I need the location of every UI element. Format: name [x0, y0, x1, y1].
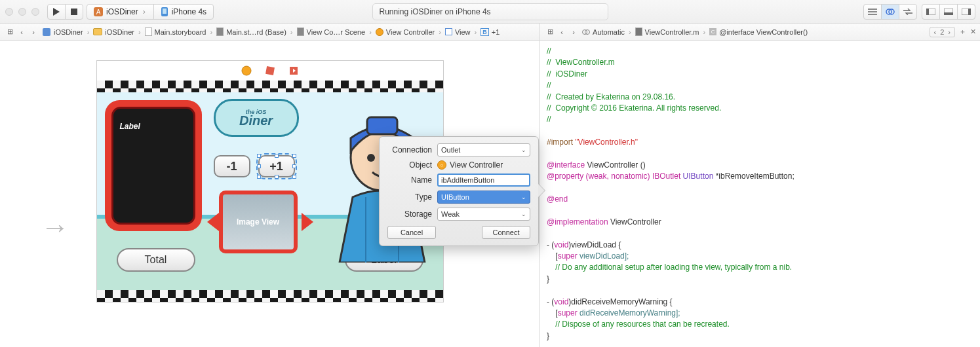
activity-status: Running iOSDiner on iPhone 4s [372, 3, 608, 20]
zoom-window-icon[interactable] [31, 8, 39, 16]
counterpart-pager[interactable]: ‹2› [930, 27, 955, 37]
total-button[interactable]: Total [117, 248, 195, 272]
name-input[interactable]: ibAddItemButton [437, 174, 530, 187]
panel-bottom-icon [944, 9, 953, 15]
back-button[interactable]: ‹ [556, 26, 568, 38]
svg-rect-21 [367, 117, 397, 134]
viewcontroller-icon: ○ [437, 160, 446, 170]
symbol-icon: C [709, 28, 716, 35]
connection-popover: Connection Outlet⌄ Object ○View Controll… [379, 136, 539, 246]
related-items-icon[interactable]: ⊞ [544, 26, 556, 38]
jumpbar-assistant[interactable]: ⊞ ‹ › Automatic› ViewController.m› C@int… [540, 24, 980, 40]
run-button[interactable] [47, 4, 66, 20]
close-assistant-button[interactable]: ✕ [970, 27, 976, 36]
toggle-utilities-button[interactable] [957, 4, 975, 20]
traffic-lights [5, 8, 39, 16]
button-element-icon: B [480, 28, 489, 36]
crumb-file[interactable]: Main.storyboard [155, 28, 206, 36]
storage-select[interactable]: Weak⌄ [437, 208, 530, 221]
object-label: Object [387, 160, 432, 170]
exit-dock-icon[interactable] [288, 65, 299, 76]
svg-rect-9 [926, 9, 929, 15]
project-icon [42, 27, 51, 37]
editor-standard-button[interactable] [863, 4, 882, 20]
device-icon [161, 7, 168, 16]
rings-icon [582, 28, 590, 36]
scene-icon [297, 27, 304, 36]
viewcontroller-dock-icon[interactable] [241, 65, 252, 76]
scheme-selector[interactable]: A iOSDiner › iPhone 4s [87, 4, 214, 20]
image-view-frame[interactable]: Image View [219, 191, 298, 253]
crumb-symbol[interactable]: @interface ViewController() [719, 28, 808, 36]
crumb-file-right[interactable]: ViewController.m [645, 28, 699, 36]
initial-vc-arrow-icon: → [41, 211, 69, 244]
storyboard-base-icon [216, 27, 224, 36]
counterpart-count: 2 [940, 28, 944, 36]
jumpbar-primary[interactable]: ⊞ ‹ › iOSDiner› iOSDiner› Main.storyboar… [0, 24, 540, 40]
scheme-app-label: iOSDiner [106, 7, 138, 16]
prev-arrow-icon[interactable] [207, 213, 219, 231]
svg-marker-0 [53, 8, 60, 16]
chevron-right-icon: › [142, 7, 147, 16]
play-icon [53, 8, 60, 16]
crumb-vc[interactable]: View Controller [386, 28, 435, 36]
window-titlebar: A iOSDiner › iPhone 4s Running iOSDiner … [0, 0, 980, 24]
type-select[interactable]: UIButton⌄ [437, 191, 530, 204]
svg-rect-18 [265, 66, 275, 75]
storyboard-file-icon [145, 27, 152, 36]
scene-dock[interactable] [97, 61, 443, 81]
chalkboard-frame[interactable]: Label [105, 100, 202, 231]
crumb-group[interactable]: iOSDiner [105, 28, 134, 36]
crumb-view[interactable]: View [455, 28, 471, 36]
svg-point-22 [367, 154, 375, 162]
stop-button[interactable] [65, 4, 83, 20]
toggle-debug-button[interactable] [939, 4, 958, 20]
scheme-device-label: iPhone 4s [172, 7, 206, 16]
app-icon: A [94, 7, 103, 16]
svg-rect-11 [944, 12, 953, 15]
add-assistant-button[interactable]: ＋ [959, 27, 966, 37]
connect-button[interactable]: Connect [482, 226, 530, 239]
storage-label: Storage [387, 210, 432, 219]
svg-rect-5 [163, 9, 167, 14]
view-icon [445, 28, 452, 35]
arrows-icon [903, 9, 912, 15]
connection-select[interactable]: Outlet⌄ [437, 143, 530, 156]
status-text: Running iOSDiner on iPhone 4s [380, 7, 491, 16]
crumb-mode[interactable]: Automatic [593, 28, 625, 36]
toggle-navigator-button[interactable] [922, 4, 940, 20]
crumb-scene[interactable]: View Co…r Scene [307, 28, 366, 36]
editor-version-button[interactable] [899, 4, 917, 20]
connection-label: Connection [387, 145, 432, 155]
related-items-icon[interactable]: ⊞ [4, 26, 16, 38]
editor-assistant-button[interactable] [881, 4, 899, 20]
back-button[interactable]: ‹ [16, 26, 28, 38]
type-label: Type [387, 192, 432, 202]
stop-icon [71, 9, 77, 15]
svg-rect-1 [71, 9, 77, 15]
lines-icon [868, 9, 877, 15]
svg-text:A: A [96, 9, 101, 16]
forward-button[interactable]: › [28, 26, 39, 38]
viewcontroller-icon [376, 28, 383, 36]
close-window-icon[interactable] [5, 8, 13, 16]
crumb-base[interactable]: Main.st…rd (Base) [226, 28, 286, 36]
crumb-selected[interactable]: +1 [492, 28, 500, 36]
svg-rect-14 [43, 28, 50, 36]
minus-button[interactable]: -1 [214, 155, 250, 177]
folder-icon [93, 28, 102, 35]
source-editor[interactable]: // // ViewController.m // iOSDiner // //… [540, 41, 980, 347]
cancel-button[interactable]: Cancel [387, 226, 436, 239]
minimize-window-icon[interactable] [18, 8, 26, 16]
chalkboard-label: Label [120, 122, 140, 131]
crumb-project[interactable]: iOSDiner [54, 28, 83, 36]
forward-button[interactable]: › [568, 26, 579, 38]
panel-right-icon [962, 9, 971, 15]
plus-button[interactable]: +1 [258, 155, 295, 177]
m-file-icon [635, 27, 642, 36]
interface-builder-canvas[interactable]: → Label the iOSDiner -1 +1 [0, 41, 540, 347]
image-view-label: Image View [237, 217, 279, 227]
svg-point-17 [242, 66, 251, 75]
first-responder-dock-icon[interactable] [265, 65, 275, 76]
next-arrow-icon[interactable] [302, 213, 313, 231]
